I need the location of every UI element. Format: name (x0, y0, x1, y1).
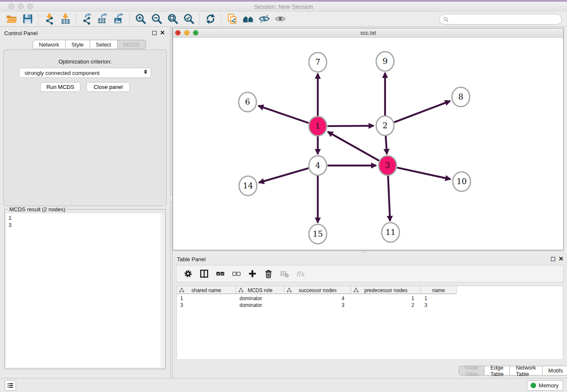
tab-select[interactable]: Select (90, 40, 118, 49)
close-panel-icon[interactable]: ✕ (160, 29, 165, 36)
graph-node-7[interactable]: 7 (309, 52, 327, 72)
network-window-titlebar[interactable]: ✕ – + scc.txt (173, 28, 563, 38)
zoom-fit-button[interactable] (165, 12, 181, 26)
search-icon (443, 17, 449, 22)
table-cell[interactable]: 1 (351, 295, 421, 302)
show-all-button[interactable] (272, 12, 288, 26)
tab-edge-table[interactable]: Edge Table (484, 366, 510, 375)
run-mcds-button[interactable]: Run MCDS (40, 82, 80, 92)
graph-node-6[interactable]: 6 (239, 92, 256, 112)
column-header-label: successor nodes (298, 287, 336, 293)
table-settings-button[interactable] (181, 267, 195, 281)
network-canvas[interactable]: 7968124314101511 (173, 38, 563, 250)
mcds-panel: Optimization criterion: strongly connect… (3, 50, 167, 206)
float-table-panel-icon[interactable] (551, 257, 555, 261)
show-all-icon (275, 13, 286, 25)
table-cell[interactable]: dominator (236, 302, 284, 309)
mcds-result-scrollbar[interactable] (160, 213, 164, 367)
graph-node-15[interactable]: 15 (309, 224, 327, 244)
toggle-columns-icon (199, 269, 209, 279)
column-header-predecessor-nodes[interactable]: predecessor nodes (351, 286, 421, 294)
home-overview-button[interactable] (240, 12, 256, 26)
graph-edge-4-14[interactable] (259, 168, 308, 182)
import-network-button[interactable] (41, 12, 57, 26)
mcds-result-text[interactable]: 13 (6, 213, 164, 367)
tab-network-table[interactable]: Network Table (510, 366, 542, 375)
column-header-MCDS-role[interactable]: MCDS role (236, 286, 284, 294)
table-cell[interactable]: 3 (177, 302, 236, 309)
table-row[interactable]: 1dominator411 (177, 295, 457, 302)
graph-node-2[interactable]: 2 (376, 116, 394, 135)
zoom-selected-button[interactable] (181, 12, 197, 26)
graph-edge-2-3[interactable] (385, 135, 387, 154)
criterion-select[interactable]: strongly connected component (19, 68, 151, 78)
toggle-columns-button[interactable] (197, 267, 211, 281)
close-panel-button[interactable]: Close panel (86, 82, 130, 92)
table-cell[interactable]: 3 (284, 302, 351, 309)
graph-edge-1-2[interactable] (328, 126, 374, 126)
graph-node-label: 1 (315, 121, 320, 130)
graph-node-10[interactable]: 10 (453, 172, 471, 191)
graph-node-9[interactable]: 9 (376, 52, 394, 71)
table-cell[interactable]: 4 (284, 295, 351, 302)
import-table-button[interactable] (57, 12, 73, 26)
delete-row-button[interactable] (261, 267, 275, 281)
hide-selected-button[interactable] (256, 12, 272, 26)
tab-node-table[interactable]: Node Table (459, 366, 484, 375)
network-window-title: scc.txt (173, 30, 563, 36)
add-row-button[interactable] (245, 267, 259, 281)
window-titlebar[interactable]: Session: New Session (0, 2, 567, 11)
table-cell[interactable]: 3 (421, 302, 457, 309)
tab-network[interactable]: Network (33, 40, 66, 49)
graph-edge-2-8[interactable] (394, 101, 450, 122)
float-panel-icon[interactable] (152, 31, 157, 35)
control-panel: Control Panel ✕ NetworkStyleSelectMCDS O… (0, 27, 170, 378)
close-table-panel-icon[interactable]: ✕ (559, 255, 564, 262)
refresh-button[interactable] (202, 12, 218, 26)
save-session-icon (22, 13, 33, 25)
zoom-in-button[interactable] (132, 12, 149, 26)
search-field[interactable] (439, 14, 562, 25)
table-cell[interactable]: 1 (421, 295, 457, 302)
deselect-all-button[interactable] (229, 267, 243, 281)
table-cell[interactable]: 1 (177, 295, 236, 302)
graph-node-14[interactable]: 14 (239, 176, 257, 196)
select-all-button[interactable] (213, 267, 227, 281)
table-cell[interactable]: dominator (236, 295, 284, 302)
export-table-button[interactable] (95, 12, 111, 26)
export-network-button[interactable] (79, 12, 95, 26)
column-header-name[interactable]: name (421, 286, 457, 294)
graph-node-3[interactable]: 3 (379, 156, 396, 175)
column-header-shared-name[interactable]: shared name (177, 286, 236, 294)
table-cell[interactable]: 2 (351, 302, 421, 309)
table-panel-header: Table Panel ✕ (173, 253, 567, 265)
graph-edge-1-6[interactable] (259, 106, 309, 123)
zoom-out-button[interactable] (149, 12, 165, 26)
column-header-successor-nodes[interactable]: successor nodes (284, 286, 351, 294)
task-history-button[interactable] (5, 380, 16, 391)
open-file-button[interactable] (3, 12, 19, 26)
save-session-button[interactable] (19, 12, 36, 26)
search-input[interactable] (449, 15, 558, 24)
graph-node-4[interactable]: 4 (309, 156, 327, 175)
memory-button[interactable]: Memory (527, 380, 563, 391)
node-table[interactable]: shared nameMCDS rolesuccessor nodesprede… (176, 286, 563, 359)
export-image-button[interactable] (111, 12, 127, 26)
network-graph: 7968124314101511 (173, 38, 563, 250)
graph-node-11[interactable]: 11 (382, 223, 399, 242)
tab-mcds[interactable]: MCDS (118, 40, 146, 49)
graph-edge-3-1[interactable] (328, 132, 379, 160)
network-window[interactable]: ✕ – + scc.txt 7968124314101511 (173, 28, 564, 250)
clone-network-button[interactable] (224, 12, 240, 26)
tab-motifs[interactable]: Motifs (542, 366, 567, 375)
graph-edge-3-11[interactable] (388, 175, 390, 221)
window-title: Session: New Session (0, 3, 567, 10)
delete-table-icon (280, 269, 289, 279)
graph-node-8[interactable]: 8 (452, 87, 470, 107)
graph-edge-3-10[interactable] (397, 168, 450, 179)
graph-node-1[interactable]: 1 (309, 116, 327, 136)
export-table-icon (97, 13, 109, 25)
table-row[interactable]: 3dominator323 (177, 302, 457, 309)
tab-style[interactable]: Style (66, 40, 90, 49)
table-header-row: shared nameMCDS rolesuccessor nodesprede… (177, 286, 457, 294)
